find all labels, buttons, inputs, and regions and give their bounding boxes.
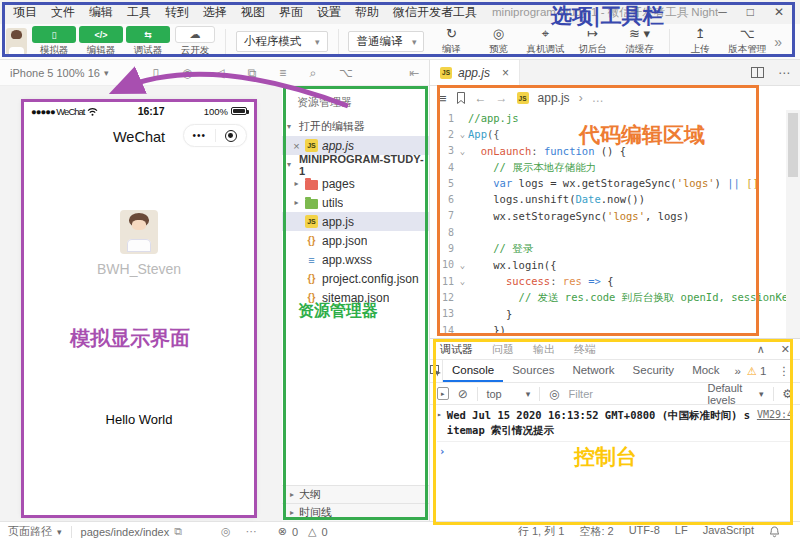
page-path-selector[interactable]: 页面路径 ▾	[8, 524, 62, 539]
clear-cache-button[interactable]: ≋ ▾ 清缓存	[619, 27, 659, 56]
chevron-right-icon[interactable]: ▸	[292, 179, 301, 188]
simulator-toggle-button[interactable]: ▯ 模拟器	[34, 26, 74, 57]
close-icon[interactable]: ✕	[774, 5, 784, 19]
disclosure-triangle-icon[interactable]: ▸	[437, 408, 442, 438]
console-sidebar-icon[interactable]: ▸	[437, 387, 449, 400]
copy-icon[interactable]: ⧉	[174, 525, 182, 538]
code-line-13[interactable]: }	[468, 306, 786, 322]
tree-item-sitemap.json[interactable]: {}sitemap.json	[282, 288, 429, 307]
menu-item-3[interactable]: 工具	[120, 4, 158, 21]
code-line-7[interactable]: wx.setStorageSync('logs', logs)	[468, 208, 786, 224]
scrollbar-thumb[interactable]	[788, 113, 798, 177]
phone-screen[interactable]: ●●●●● WeChat 16:17 100% WeChat	[22, 100, 256, 517]
devtools-tab-sources[interactable]: Sources	[503, 360, 563, 382]
maximize-icon[interactable]: □	[747, 5, 754, 19]
tree-item-app.js[interactable]: JSapp.js	[282, 212, 429, 231]
nav-back-icon[interactable]: ←	[475, 91, 487, 105]
tree-section-1[interactable]: ▾MINIPROGRAM-STUDY-1	[282, 155, 429, 174]
split-editor-icon[interactable]	[751, 67, 764, 78]
debugger-tab-0[interactable]: 调试器	[440, 342, 473, 357]
outline-icon[interactable]: ≡	[279, 66, 286, 80]
device-selector[interactable]: iPhone 5 100% 16 ▾	[10, 67, 108, 79]
menu-item-5[interactable]: 选择	[196, 4, 234, 21]
preview-button[interactable]: ◎ 预览	[478, 27, 518, 56]
menu-item-1[interactable]: 文件	[44, 4, 82, 21]
statusbar-info-3[interactable]: LF	[675, 524, 688, 539]
console-output[interactable]: ▸ Wed Jul 15 2020 16:13:52 GMT+0800 (中国标…	[430, 405, 800, 521]
editor-scrollbar[interactable]	[786, 110, 800, 338]
devtools-tab-console[interactable]: Console	[443, 360, 503, 382]
menu-item-2[interactable]: 编辑	[82, 4, 120, 21]
editor-toggle-button[interactable]: </> 编辑器	[81, 26, 121, 57]
tree-item-pages[interactable]: ▸pages	[282, 174, 429, 193]
devtools-tab-security[interactable]: Security	[624, 360, 684, 382]
minimize-icon[interactable]: ─	[718, 5, 727, 19]
log-levels-select[interactable]: Default levels ▾	[708, 382, 764, 406]
console-prompt[interactable]: ›	[437, 442, 793, 460]
more-tabs-icon[interactable]: »	[729, 365, 747, 377]
close-icon[interactable]: ×	[292, 140, 301, 152]
menu-item-4[interactable]: 转到	[158, 4, 196, 21]
breadcrumb-more[interactable]: …	[592, 91, 604, 105]
code-line-12[interactable]: // 发送 res.code 到后台换取 openId, sessionKey,…	[468, 289, 786, 305]
code-line-14[interactable]: })	[468, 322, 786, 338]
debugger-tab-1[interactable]: 问题	[492, 342, 514, 357]
code-line-8[interactable]	[468, 224, 786, 240]
record-icon[interactable]: ◉	[182, 66, 192, 80]
code-line-3[interactable]: onLaunch: function () {	[468, 143, 786, 159]
compile-button[interactable]: ↻ 编译	[431, 27, 471, 56]
more-chevron-icon[interactable]: »	[774, 34, 794, 50]
kebab-menu-icon[interactable]: ⋮	[778, 364, 790, 378]
console-settings-gear-icon[interactable]: ⚙	[782, 387, 793, 401]
collapse-panel-icon[interactable]: ∧	[757, 343, 765, 356]
live-expression-eye-icon[interactable]: ◎	[549, 387, 559, 401]
cloud-dev-button[interactable]: ☁ 云开发	[175, 26, 215, 57]
minimize-target-icon[interactable]	[216, 130, 247, 142]
code-line-4[interactable]: // 展示本地存储能力	[468, 159, 786, 175]
bell-icon[interactable]	[769, 526, 780, 538]
debugger-tab-3[interactable]: 终端	[574, 342, 596, 357]
clear-console-icon[interactable]: ⊘	[458, 387, 468, 401]
menu-item-0[interactable]: 项目	[6, 4, 44, 21]
statusbar-info-0[interactable]: 行 1, 列 1	[518, 524, 564, 539]
warning-badge[interactable]: ⚠ 1	[747, 365, 766, 378]
mode-select[interactable]: 小程序模式 ▾	[236, 31, 328, 52]
statusbar-info-4[interactable]: JavaScript	[703, 524, 754, 539]
debugger-toggle-button[interactable]: ⇆ 调试器	[128, 26, 168, 57]
devtools-tab-network[interactable]: Network	[563, 360, 623, 382]
tree-section-0[interactable]: ▾打开的编辑器	[282, 117, 429, 136]
menu-item-9[interactable]: 帮助	[348, 4, 386, 21]
fold-icon[interactable]: ⌄	[457, 146, 468, 156]
breadcrumb-file[interactable]: app.js	[538, 91, 570, 105]
eye-icon[interactable]: ◎	[221, 525, 231, 538]
sound-icon[interactable]: ◁	[216, 66, 225, 80]
statusbar-info-1[interactable]: 空格: 2	[579, 524, 613, 539]
console-log-entry[interactable]: ▸ Wed Jul 15 2020 16:13:52 GMT+0800 (中国标…	[437, 408, 793, 442]
problem-counters[interactable]: ⊗0 △0	[278, 525, 328, 538]
code-line-10[interactable]: wx.login({	[468, 257, 786, 273]
bookmark-icon[interactable]	[456, 92, 466, 104]
compile-mode-select[interactable]: 普通编译 ▾	[348, 31, 424, 52]
remote-debug-button[interactable]: ⌖ 真机调试	[525, 27, 565, 56]
menu-item-8[interactable]: 设置	[310, 4, 348, 21]
upload-button[interactable]: ↥ 上传	[680, 27, 720, 56]
context-select[interactable]: top ▾	[486, 388, 530, 400]
statusbar-info-2[interactable]: UTF-8	[629, 524, 660, 539]
code-line-2[interactable]: App({	[468, 126, 786, 142]
nav-forward-icon[interactable]: →	[496, 91, 508, 105]
tree-item-project.config.json[interactable]: {}project.config.json	[282, 269, 429, 288]
tree-item-utils[interactable]: ▸utils	[282, 193, 429, 212]
log-source-link[interactable]: VM29:4	[757, 408, 793, 438]
close-panel-icon[interactable]: ✕	[781, 343, 790, 356]
menu-item-10[interactable]: 微信开发者工具	[386, 4, 484, 21]
inspect-element-icon[interactable]	[430, 360, 443, 382]
fold-icon[interactable]: ⌄	[457, 276, 468, 286]
more-actions-icon[interactable]: ⋯	[778, 66, 790, 80]
more-dots-icon[interactable]: •••	[184, 130, 215, 141]
windows-icon[interactable]: ⧉	[248, 66, 257, 80]
user-avatar[interactable]	[6, 28, 27, 55]
close-tab-icon[interactable]: ×	[502, 66, 509, 80]
code-line-11[interactable]: success: res => {	[468, 273, 786, 289]
bottom-panel-1[interactable]: ▸时间线	[282, 503, 429, 521]
tab-app-js[interactable]: JS app.js ×	[430, 60, 520, 85]
